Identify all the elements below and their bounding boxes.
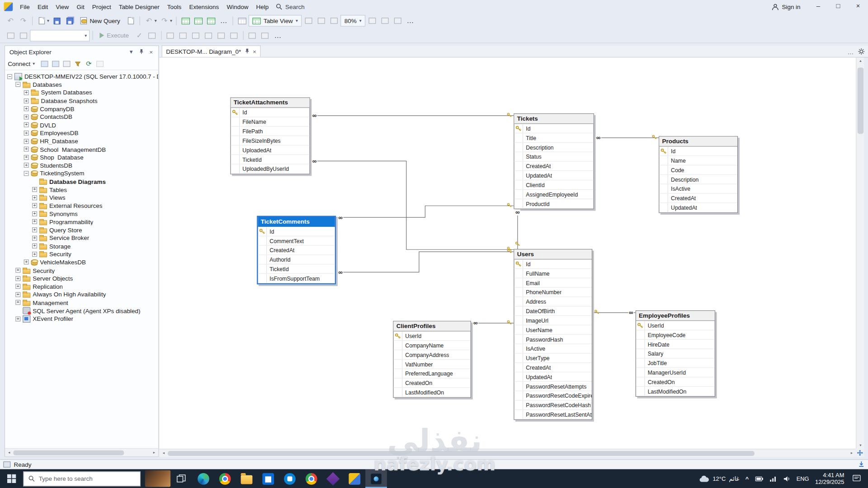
tree-item-security[interactable]: +Security	[5, 250, 158, 258]
object-explorer-hscrollbar[interactable]: ◂ ▸	[5, 448, 158, 456]
expand-icon[interactable]: +	[32, 187, 37, 192]
diagram-table-tickets[interactable]: TicketsIdTitleDescriptionStatusCreatedAt…	[514, 113, 594, 209]
open-query-icon[interactable]	[125, 14, 137, 27]
collapse-icon[interactable]: −	[15, 82, 20, 87]
table-column-isactive[interactable]: IsActive	[659, 184, 737, 194]
table-header[interactable]: EmployeeProfiles	[636, 311, 715, 321]
titlebar-search[interactable]: Search	[276, 3, 305, 10]
tab-close-icon[interactable]: ×	[253, 48, 256, 55]
scroll-left-icon[interactable]: ◂	[160, 451, 168, 455]
table-header[interactable]: Products	[659, 136, 737, 146]
collapse-icon[interactable]: −	[24, 171, 29, 176]
refresh-icon[interactable]: ⟳	[84, 59, 94, 68]
expand-icon[interactable]: +	[24, 106, 29, 111]
tray-expand-icon[interactable]: ^	[745, 475, 749, 482]
scroll-right-icon[interactable]: ▸	[150, 450, 158, 455]
table-column-updatedat[interactable]: UpdatedAt	[514, 372, 592, 382]
scrollbar-thumb[interactable]	[858, 67, 863, 134]
cancel-query-icon[interactable]	[146, 29, 158, 42]
table-column-clientid[interactable]: ClientId	[514, 180, 594, 190]
align-middle-icon[interactable]	[215, 29, 227, 42]
tree-item-views[interactable]: +Views	[5, 193, 158, 202]
diagram-pan-button[interactable]	[856, 449, 864, 457]
expand-icon[interactable]: +	[32, 219, 37, 224]
expand-icon[interactable]: +	[32, 235, 37, 240]
table-column-username[interactable]: UserName	[514, 325, 592, 335]
table-header[interactable]: Users	[514, 249, 592, 259]
zoom-dropdown[interactable]: 80%▾	[340, 15, 365, 27]
expand-icon[interactable]: +	[24, 155, 29, 160]
align-right-icon[interactable]	[190, 29, 202, 42]
undo-icon[interactable]: ↶	[143, 14, 155, 27]
table-column-userid[interactable]: UserId	[636, 321, 715, 330]
tree-item-synonyms[interactable]: +Synonyms	[5, 210, 158, 218]
table-column-ticketid[interactable]: TicketId	[231, 155, 310, 164]
taskbar-app-edge[interactable]	[193, 469, 214, 488]
generate-change-script-icon[interactable]	[179, 14, 192, 27]
tree-item-security[interactable]: +Security	[5, 266, 158, 274]
start-button[interactable]	[0, 469, 23, 488]
table-header[interactable]: TicketAttachments	[231, 98, 310, 108]
tree-item-hr-database[interactable]: +HR_Database	[5, 137, 158, 145]
table-column-companyname[interactable]: CompanyName	[394, 341, 471, 350]
arrange-tables-icon[interactable]	[379, 14, 391, 27]
expand-icon[interactable]: +	[24, 260, 29, 265]
tree-item-database-snapshots[interactable]: +Database Snapshots	[5, 97, 158, 105]
tree-item-database-diagrams[interactable]: Database Diagrams	[5, 178, 158, 186]
scrollbar-thumb[interactable]	[13, 450, 124, 455]
expand-icon[interactable]: +	[15, 300, 20, 305]
filter-icon[interactable]	[73, 59, 83, 68]
table-column-createdat[interactable]: CreatedAt	[514, 162, 594, 171]
scroll-up-icon[interactable]: ▴	[856, 59, 864, 63]
table-column-filepath[interactable]: FilePath	[231, 127, 310, 136]
show-relationship-labels-icon[interactable]	[302, 14, 315, 27]
table-column-createdat[interactable]: CreatedAt	[514, 363, 592, 372]
table-column-createdon[interactable]: CreatedOn	[636, 377, 715, 387]
taskbar-app-visual-studio[interactable]	[322, 469, 344, 488]
tree-item-contactsdb[interactable]: +ContactsDB	[5, 113, 158, 121]
language-indicator[interactable]: ENG	[797, 475, 809, 482]
table-column-hiredate[interactable]: HireDate	[636, 340, 715, 349]
taskbar-app-ssms[interactable]	[344, 469, 365, 488]
network-icon[interactable]	[769, 475, 777, 481]
toolbar2-overflow-icon[interactable]: …	[272, 29, 284, 42]
task-view-button[interactable]	[170, 469, 192, 488]
table-column-description[interactable]: Description	[659, 175, 737, 184]
table-column-phonenumber[interactable]: PhoneNumber	[514, 288, 592, 297]
panel-dropdown-icon[interactable]: ▾	[126, 48, 136, 56]
menu-git[interactable]: Git	[73, 0, 88, 13]
manage-indexes-icon[interactable]	[392, 14, 404, 27]
table-column-userid[interactable]: UserId	[394, 331, 471, 341]
pin-icon[interactable]	[136, 48, 146, 55]
table-column-updatedat[interactable]: UpdatedAt	[659, 203, 737, 212]
align-bottom-icon[interactable]	[228, 29, 240, 42]
expand-icon[interactable]: +	[15, 268, 20, 273]
taskbar-app-store[interactable]	[257, 469, 279, 488]
table-column-id[interactable]: Id	[659, 146, 737, 156]
table-column-authorid[interactable]: AuthorId	[258, 255, 335, 264]
recalculate-page-breaks-icon[interactable]	[328, 14, 340, 27]
table-view-dropdown[interactable]: Table View▾	[249, 15, 302, 27]
redo-icon[interactable]: ↷	[158, 14, 170, 27]
expand-icon[interactable]: +	[24, 131, 29, 136]
tree-item-databases[interactable]: −Databases	[5, 80, 158, 89]
expand-icon[interactable]: +	[32, 244, 37, 249]
table-header[interactable]: TicketComments	[258, 217, 335, 227]
table-column-id[interactable]: Id	[231, 108, 310, 117]
tree-item-vehiclemakesdb[interactable]: +VehicleMakesDB	[5, 258, 158, 266]
table-column-filesizeinbytes[interactable]: FileSizeInBytes	[231, 136, 310, 145]
add-table-icon[interactable]	[192, 14, 204, 27]
table-column-status[interactable]: Status	[514, 152, 594, 162]
menu-file[interactable]: File	[16, 0, 34, 13]
align-left-icon[interactable]	[164, 29, 176, 42]
expand-icon[interactable]: +	[24, 147, 29, 152]
minimize-button[interactable]: –	[808, 0, 828, 13]
table-column-updatedat[interactable]: UpdatedAt	[514, 171, 594, 180]
taskbar-app-outlook[interactable]	[279, 469, 301, 488]
diagram-hscrollbar[interactable]: ◂ ▸	[160, 449, 856, 457]
diagram-vscrollbar[interactable]: ▴ ▾	[856, 57, 864, 449]
diagram-table-employeeprofiles[interactable]: EmployeeProfilesUserIdEmployeeCodeHireDa…	[636, 310, 715, 397]
relationship-line[interactable]	[310, 161, 514, 249]
align-center-icon[interactable]	[177, 29, 189, 42]
tree-item-system-databases[interactable]: +System Databases	[5, 89, 158, 97]
